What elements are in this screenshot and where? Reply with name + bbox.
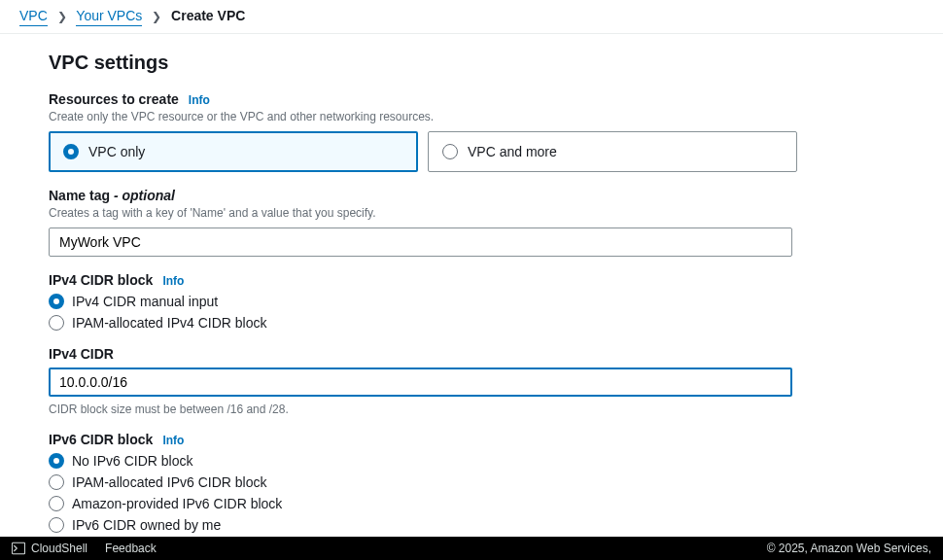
cloudshell-button[interactable]: CloudShell	[12, 542, 87, 555]
radio-ipv6-ipam[interactable]: IPAM-allocated IPv6 CIDR block	[49, 474, 894, 490]
feedback-link[interactable]: Feedback	[105, 542, 157, 555]
radio-ipv4-ipam-label: IPAM-allocated IPv4 CIDR block	[72, 315, 266, 331]
ipv6-block-label: IPv6 CIDR block	[49, 432, 153, 447]
radio-ipv4-manual[interactable]: IPv4 CIDR manual input	[49, 294, 894, 309]
radio-icon	[49, 453, 64, 469]
tile-vpc-and-more-label: VPC and more	[468, 144, 557, 159]
radio-ipv6-owned[interactable]: IPv6 CIDR owned by me	[49, 517, 894, 533]
radio-icon	[49, 496, 64, 511]
radio-icon	[63, 144, 79, 159]
radio-ipv4-ipam[interactable]: IPAM-allocated IPv4 CIDR block	[49, 315, 894, 331]
ipv4-cidr-help: CIDR block size must be between /16 and …	[49, 402, 894, 416]
resources-info-link[interactable]: Info	[189, 93, 210, 107]
radio-icon	[442, 144, 458, 159]
ipv4-cidr-input[interactable]	[49, 368, 792, 397]
ipv4-block-info-link[interactable]: Info	[162, 274, 184, 288]
tile-vpc-only[interactable]: VPC only	[49, 131, 418, 172]
page-title: VPC settings	[49, 52, 894, 74]
name-tag-optional: - optional	[110, 188, 175, 203]
breadcrumb-your-vpcs[interactable]: Your VPCs	[76, 8, 142, 26]
radio-ipv6-amazon-label: Amazon-provided IPv6 CIDR block	[72, 496, 282, 511]
resources-desc: Create only the VPC resource or the VPC …	[49, 110, 894, 123]
radio-icon	[49, 474, 64, 490]
radio-ipv6-ipam-label: IPAM-allocated IPv6 CIDR block	[72, 474, 266, 490]
ipv4-cidr-section: IPv4 CIDR CIDR block size must be betwee…	[49, 346, 894, 416]
tile-vpc-and-more[interactable]: VPC and more	[428, 131, 797, 172]
breadcrumb: VPC ❯ Your VPCs ❯ Create VPC	[0, 0, 943, 34]
ipv4-cidr-block-section: IPv4 CIDR block Info IPv4 CIDR manual in…	[49, 272, 894, 331]
name-tag-label: Name tag - optional	[49, 188, 175, 203]
footer-copyright: © 2025, Amazon Web Services,	[767, 542, 931, 555]
radio-ipv6-amazon[interactable]: Amazon-provided IPv6 CIDR block	[49, 496, 894, 511]
name-tag-label-text: Name tag	[49, 188, 110, 203]
name-tag-input[interactable]	[49, 228, 792, 257]
breadcrumb-vpc[interactable]: VPC	[19, 8, 48, 26]
chevron-right-icon: ❯	[57, 10, 67, 23]
radio-icon	[49, 517, 64, 533]
resources-label: Resources to create	[49, 91, 179, 107]
ipv6-block-info-link[interactable]: Info	[162, 434, 184, 447]
ipv4-cidr-label: IPv4 CIDR	[49, 346, 114, 362]
radio-ipv4-manual-label: IPv4 CIDR manual input	[72, 294, 218, 309]
ipv4-block-label: IPv4 CIDR block	[49, 272, 153, 288]
terminal-icon	[12, 542, 25, 555]
name-tag-section: Name tag - optional Creates a tag with a…	[49, 188, 894, 257]
radio-icon	[49, 294, 64, 309]
resources-to-create-section: Resources to create Info Create only the…	[49, 91, 894, 172]
chevron-right-icon: ❯	[152, 10, 161, 23]
svg-rect-0	[12, 542, 24, 553]
footer-bar: CloudShell Feedback © 2025, Amazon Web S…	[0, 537, 943, 560]
tile-vpc-only-label: VPC only	[88, 144, 145, 159]
radio-ipv6-none-label: No IPv6 CIDR block	[72, 453, 192, 469]
radio-ipv6-owned-label: IPv6 CIDR owned by me	[72, 517, 221, 533]
breadcrumb-current: Create VPC	[171, 8, 245, 23]
ipv6-cidr-block-section: IPv6 CIDR block Info No IPv6 CIDR block …	[49, 432, 894, 533]
name-tag-desc: Creates a tag with a key of 'Name' and a…	[49, 206, 894, 220]
cloudshell-label: CloudShell	[31, 542, 87, 555]
radio-ipv6-none[interactable]: No IPv6 CIDR block	[49, 453, 894, 469]
radio-icon	[49, 315, 64, 331]
